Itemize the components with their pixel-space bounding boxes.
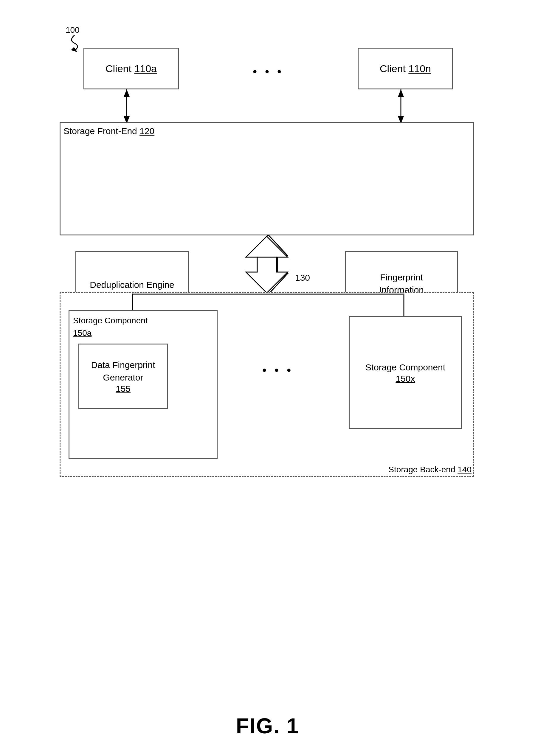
- ref-130-label: 130: [295, 273, 310, 283]
- comp-a-label: Storage Component 150a: [73, 314, 148, 339]
- arrow-client-a-to-frontend: [118, 90, 136, 124]
- line-to-comp-a: [131, 293, 134, 311]
- svg-marker-13: [246, 257, 288, 293]
- arrow-client-n-to-frontend: [392, 90, 410, 124]
- svg-text:100: 100: [66, 25, 80, 35]
- storage-frontend-label: Storage Front-End 120: [64, 126, 155, 136]
- client-a-label: Client 110a: [105, 63, 157, 74]
- storage-frontend-box: Storage Front-End 120 Deduplication Engi…: [60, 122, 474, 235]
- big-double-arrow-proper: [237, 235, 296, 294]
- svg-marker-6: [398, 90, 404, 97]
- line-to-comp-x: [402, 293, 405, 317]
- client-n-box: Client 110n: [358, 48, 453, 90]
- dfg-box: Data FingerprintGenerator 155: [78, 343, 168, 409]
- client-a-box: Client 110a: [83, 48, 179, 90]
- horizontal-line-backend: [132, 293, 403, 296]
- storage-comp-x-box: Storage Component 150x: [349, 316, 462, 429]
- diagram-container: 100 Client 110a Client 110n • • • Storag…: [60, 18, 477, 703]
- storage-dots: • • •: [262, 364, 293, 377]
- client-n-label: Client 110n: [380, 63, 431, 74]
- figure-label: FIG. 1: [236, 714, 299, 738]
- clients-dots: • • •: [253, 65, 284, 78]
- svg-marker-3: [124, 90, 130, 97]
- svg-marker-1: [71, 47, 77, 52]
- storage-comp-a-box: Storage Component 150a Data FingerprintG…: [69, 310, 217, 459]
- storage-backend-label: Storage Back-end 140: [388, 465, 471, 474]
